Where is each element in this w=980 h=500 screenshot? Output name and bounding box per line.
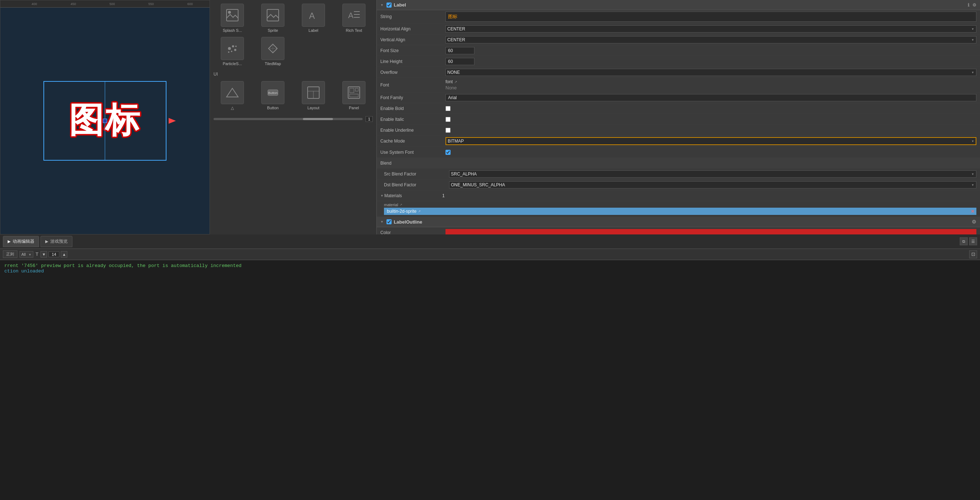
svg-rect-23 (350, 88, 354, 93)
asset-item-sprite[interactable]: Sprite (254, 4, 292, 33)
button-icon: Button (261, 81, 285, 104)
label-enable-checkbox[interactable] (387, 3, 391, 8)
properties-panel: ▼ Label ℹ ⚙ String 图标 Horizontal Align C… (376, 0, 980, 235)
outline-gear-icon[interactable]: ⚙ (972, 219, 976, 225)
font-family-input[interactable] (445, 94, 976, 101)
asset-item-button[interactable]: Button Button (254, 81, 292, 110)
enable-italic-label: Enable Italic (380, 117, 445, 122)
asset-item-tiledmap[interactable]: TiledMap (254, 37, 292, 66)
outline-color-value (445, 229, 976, 235)
console-output[interactable]: rrent '7456' preview port is already occ… (0, 260, 980, 500)
enable-underline-checkbox[interactable] (445, 128, 450, 133)
asset-item-label[interactable]: A Label (294, 4, 332, 33)
tab-copy-btn[interactable]: ⧉ (960, 237, 968, 245)
outline-fold-icon[interactable]: ▼ (380, 220, 383, 224)
settings-icon[interactable]: ⚙ (972, 3, 976, 8)
panel-icon (342, 81, 366, 104)
tab-menu-btn[interactable]: ☰ (969, 237, 977, 245)
material-item[interactable]: builtin-2d-sprite ↗ ✕ (384, 208, 976, 215)
cache-mode-select[interactable]: BITMAP (445, 137, 976, 145)
asset-item-panel[interactable]: Panel (335, 81, 373, 110)
svg-marker-16 (226, 88, 238, 97)
asset-picker: Splash S... Sprite A Label A Rich Text (210, 0, 376, 235)
font-family-row: Font Family (377, 92, 980, 103)
tab-animation-editor[interactable]: ▶ 动画编辑器 (3, 236, 39, 247)
string-row: String 图标 (377, 10, 980, 24)
particles-label: ParticleS... (223, 62, 242, 66)
font-external-icon[interactable]: ↗ (454, 80, 457, 84)
scrollbar-track[interactable] (213, 118, 363, 120)
enable-italic-checkbox[interactable] (445, 117, 450, 122)
svg-rect-24 (355, 88, 358, 91)
label-section-title: Label (394, 2, 406, 8)
string-input[interactable]: 图标 (445, 11, 976, 22)
outline-color-swatch[interactable] (445, 229, 976, 235)
font-none-value: None (445, 85, 976, 90)
svg-point-1 (228, 11, 231, 14)
canvas-ruler-top: 400 450 500 550 600 (0, 0, 210, 8)
font-size-value-wrapper (445, 47, 976, 54)
src-blend-select[interactable]: SRC_ALPHA (449, 170, 976, 178)
overflow-select[interactable]: NONE (445, 69, 976, 76)
button-label: Button (267, 106, 278, 110)
asset-item-particles[interactable]: ParticleS... (213, 37, 251, 66)
material-name: builtin-2d-sprite (387, 209, 417, 214)
tab-game-preview[interactable]: ▶ 游戏预览 (41, 236, 72, 247)
asset-grid-row1: Splash S... Sprite A Label A Rich Text (213, 4, 373, 33)
remove-material-button[interactable]: ✕ (970, 208, 975, 214)
font-size-row: Font Size (377, 45, 980, 56)
canvas-content[interactable]: 图标 (0, 8, 210, 234)
font-link-display[interactable]: font ↗ (445, 79, 976, 84)
transform-handle[interactable] (103, 119, 107, 123)
vertical-align-select[interactable]: CENTER (445, 36, 976, 43)
font-size-decrease-btn[interactable]: ▼ (41, 251, 47, 257)
canvas-ruler-numbers: 400 450 500 550 600 (0, 2, 210, 6)
font-size-input[interactable] (445, 47, 474, 54)
triangle-label: △ (231, 106, 234, 110)
filter-normal-btn[interactable]: 正则 (3, 250, 18, 258)
use-system-font-label: Use System Font (380, 150, 445, 155)
splashs-label: Splash S... (223, 28, 242, 33)
animation-tab-label: 动画编辑器 (13, 238, 34, 244)
font-size-increase-btn[interactable]: ▲ (61, 251, 67, 257)
asset-item-splashs[interactable]: Splash S... (213, 4, 251, 33)
line-height-input[interactable] (445, 58, 474, 65)
horizontal-align-select[interactable]: CENTER (445, 25, 976, 33)
asset-item-triangle[interactable]: △ (213, 81, 251, 110)
label-outline-checkbox[interactable] (387, 219, 391, 224)
line-height-value-wrapper (445, 58, 976, 65)
scroll-value: 1 (366, 116, 373, 122)
line-height-row: Line Height (377, 56, 980, 67)
string-value: 图标 (445, 11, 976, 22)
asset-item-layout[interactable]: Layout (294, 81, 332, 110)
ruler-tick-550: 550 (148, 2, 154, 6)
arrow-right-handle[interactable] (169, 118, 176, 124)
ruler-tick-500: 500 (109, 2, 115, 6)
scrollbar-thumb[interactable] (303, 118, 332, 120)
cache-mode-label: Cache Mode (380, 138, 445, 144)
svg-rect-25 (350, 94, 358, 97)
materials-fold-icon[interactable]: ▼ (380, 194, 383, 198)
font-value-wrapper: font ↗ None (445, 79, 976, 90)
enable-bold-checkbox[interactable] (445, 106, 450, 111)
console-clear-btn[interactable]: ⊡ (969, 250, 977, 258)
material-external-icon[interactable]: ↗ (399, 203, 402, 206)
console-line-2: ction unloaded (4, 268, 976, 274)
font-link-text: font (445, 79, 453, 84)
overflow-select-wrapper: NONE (445, 69, 976, 76)
info-icon[interactable]: ℹ (968, 3, 969, 8)
fold-icon[interactable]: ▼ (380, 3, 383, 7)
blend-label: Blend (380, 160, 445, 166)
console-right-controls: ⊡ (969, 250, 977, 258)
label-outline-header: ▼ LabelOutline ⚙ (377, 217, 980, 227)
svg-text:A: A (348, 11, 353, 20)
richtext-icon: A (342, 4, 366, 27)
asset-item-richtext[interactable]: A Rich Text (335, 4, 373, 33)
ui-section-label: UI (213, 70, 373, 78)
use-system-font-checkbox[interactable] (445, 150, 450, 155)
label-preview-box[interactable]: 图标 (43, 81, 167, 160)
dst-blend-select[interactable]: ONE_MINUS_SRC_ALPHA (449, 181, 976, 189)
cache-mode-row: Cache Mode BITMAP (377, 136, 980, 147)
outline-color-row: Color (377, 227, 980, 235)
material-link-icon: ↗ (418, 210, 421, 213)
